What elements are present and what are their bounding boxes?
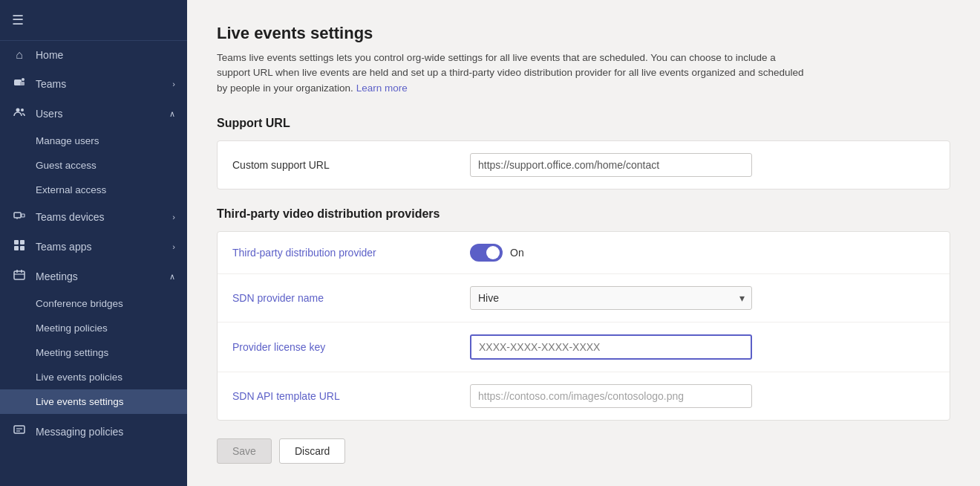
sidebar-item-conference-bridges[interactable]: Conference bridges — [0, 291, 187, 316]
sidebar: ☰ ⌂ Home Teams › Users ∧ Manage users Gu… — [0, 0, 187, 486]
svg-rect-9 — [20, 240, 24, 244]
sidebar-item-teams-devices[interactable]: Teams devices › — [0, 202, 187, 232]
sidebar-users-label: Users — [36, 108, 160, 120]
support-url-value: https://support.office.com/home/contact — [470, 153, 935, 177]
sdn-api-url-value: https://contoso.com/images/contosologo.p… — [470, 384, 935, 408]
sidebar-teams-apps-label: Teams apps — [36, 241, 163, 253]
main-content: Live events settings Teams live events s… — [187, 0, 980, 486]
teams-icon — [12, 77, 27, 91]
svg-rect-6 — [22, 214, 24, 217]
meetings-chevron-icon: ∧ — [169, 272, 175, 282]
sdn-provider-select[interactable]: Hive eCDN Kollective Ramp Riverbed — [470, 286, 752, 310]
sidebar-meetings-label: Meetings — [36, 270, 160, 282]
svg-rect-16 — [14, 426, 24, 433]
svg-point-3 — [16, 108, 20, 112]
provider-license-key-value — [470, 334, 935, 360]
learn-more-link[interactable]: Learn more — [356, 82, 408, 94]
sidebar-item-label: Home — [36, 49, 175, 61]
svg-rect-11 — [20, 246, 24, 250]
teams-apps-icon — [12, 239, 27, 254]
distribution-provider-toggle[interactable] — [470, 244, 503, 262]
sdn-api-url-row: SDN API template URL https://contoso.com… — [218, 372, 950, 420]
support-url-row: Custom support URL https://support.offic… — [218, 141, 950, 189]
svg-rect-10 — [14, 246, 19, 250]
sdn-api-url-display: https://contoso.com/images/contosologo.p… — [470, 384, 752, 408]
teams-devices-icon — [12, 210, 27, 224]
home-icon: ⌂ — [12, 48, 27, 62]
svg-rect-2 — [20, 82, 24, 85]
sidebar-item-manage-users[interactable]: Manage users — [0, 129, 187, 153]
sidebar-teams-label: Teams — [36, 78, 163, 90]
teams-devices-chevron-icon: › — [172, 213, 175, 221]
sidebar-messaging-label: Messaging policies — [36, 426, 175, 438]
provider-license-key-label: Provider license key — [232, 341, 470, 353]
provider-license-key-input[interactable] — [470, 334, 752, 360]
sidebar-teams-devices-label: Teams devices — [36, 211, 163, 223]
svg-point-1 — [22, 78, 24, 81]
support-url-display: https://support.office.com/home/contact — [470, 153, 752, 177]
hamburger-icon[interactable]: ☰ — [12, 12, 24, 28]
sidebar-item-external-access[interactable]: External access — [0, 178, 187, 202]
provider-license-key-row: Provider license key — [218, 323, 950, 372]
users-icon — [12, 106, 27, 121]
support-url-card: Custom support URL https://support.offic… — [217, 140, 950, 189]
svg-rect-12 — [14, 271, 24, 279]
teams-apps-chevron-icon: › — [172, 242, 175, 251]
page-title: Live events settings — [217, 24, 950, 43]
distribution-provider-value: On — [470, 244, 935, 262]
save-button[interactable]: Save — [217, 438, 272, 464]
svg-point-4 — [21, 108, 24, 111]
support-url-section-title: Support URL — [217, 117, 950, 130]
meetings-icon — [12, 269, 27, 284]
svg-rect-8 — [14, 240, 19, 244]
sdn-provider-value: Hive eCDN Kollective Ramp Riverbed — [470, 286, 935, 310]
distribution-provider-label: Third-party distribution provider — [232, 247, 470, 259]
sdn-api-url-label: SDN API template URL — [232, 390, 470, 402]
action-buttons: Save Discard — [217, 438, 950, 464]
sdn-provider-row: SDN provider name Hive eCDN Kollective R… — [218, 274, 950, 323]
users-chevron-icon: ∧ — [169, 109, 175, 119]
support-url-label: Custom support URL — [232, 159, 470, 171]
sidebar-item-guest-access[interactable]: Guest access — [0, 153, 187, 178]
sidebar-item-meetings[interactable]: Meetings ∧ — [0, 262, 187, 291]
toggle-on-label: On — [510, 247, 524, 259]
sidebar-item-teams[interactable]: Teams › — [0, 69, 187, 99]
sidebar-item-meeting-settings[interactable]: Meeting settings — [0, 340, 187, 365]
sidebar-item-meeting-policies[interactable]: Meeting policies — [0, 316, 187, 340]
sidebar-header: ☰ — [0, 0, 187, 41]
sidebar-item-live-events-settings[interactable]: Live events settings — [0, 389, 187, 414]
page-description: Teams live events settings lets you cont… — [217, 51, 811, 96]
sidebar-item-home[interactable]: ⌂ Home — [0, 41, 187, 69]
svg-rect-5 — [14, 213, 21, 218]
sidebar-item-messaging-policies[interactable]: Messaging policies — [0, 417, 187, 447]
distribution-provider-row: Third-party distribution provider On — [218, 232, 950, 274]
sidebar-item-users[interactable]: Users ∧ — [0, 99, 187, 129]
sdn-provider-select-wrapper: Hive eCDN Kollective Ramp Riverbed — [470, 286, 752, 310]
sdn-provider-label: SDN provider name — [232, 292, 470, 304]
messaging-icon — [12, 424, 27, 439]
third-party-card: Third-party distribution provider On SDN… — [217, 231, 950, 421]
sidebar-item-live-events-policies[interactable]: Live events policies — [0, 365, 187, 389]
toggle-container: On — [470, 244, 935, 262]
discard-button[interactable]: Discard — [279, 438, 345, 464]
third-party-section-title: Third-party video distribution providers — [217, 207, 950, 221]
sidebar-item-teams-apps[interactable]: Teams apps › — [0, 232, 187, 262]
teams-chevron-icon: › — [172, 80, 175, 88]
